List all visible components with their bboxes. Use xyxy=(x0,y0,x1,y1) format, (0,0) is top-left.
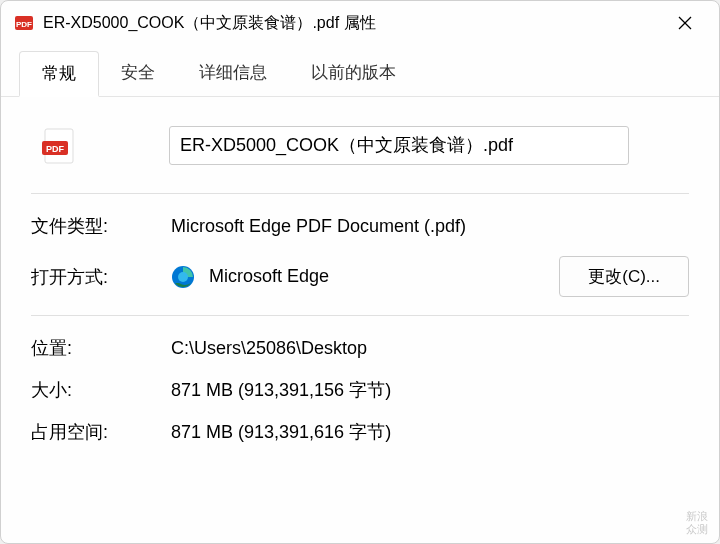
row-size-on-disk: 占用空间: 871 MB (913,391,616 字节) xyxy=(31,420,689,444)
label-opens-with: 打开方式: xyxy=(31,265,171,289)
pdf-icon: PDF xyxy=(15,14,33,32)
watermark: 新浪 众测 xyxy=(686,510,708,536)
label-location: 位置: xyxy=(31,336,171,360)
divider xyxy=(31,315,689,316)
row-size: 大小: 871 MB (913,391,156 字节) xyxy=(31,378,689,402)
row-location: 位置: C:\Users\25086\Desktop xyxy=(31,336,689,360)
value-app-name: Microsoft Edge xyxy=(209,266,329,287)
row-file-type: 文件类型: Microsoft Edge PDF Document (.pdf) xyxy=(31,214,689,238)
edge-icon xyxy=(171,265,195,289)
svg-text:PDF: PDF xyxy=(46,144,65,154)
change-button[interactable]: 更改(C)... xyxy=(559,256,689,297)
file-header: PDF xyxy=(31,117,689,189)
svg-text:PDF: PDF xyxy=(16,20,32,29)
value-size-on-disk: 871 MB (913,391,616 字节) xyxy=(171,420,391,444)
row-opens-with: 打开方式: Microsoft Edge 更改(C)... xyxy=(31,256,689,297)
value-file-type: Microsoft Edge PDF Document (.pdf) xyxy=(171,216,466,237)
label-size-on-disk: 占用空间: xyxy=(31,420,171,444)
value-location: C:\Users\25086\Desktop xyxy=(171,338,367,359)
tab-security[interactable]: 安全 xyxy=(99,51,177,97)
watermark-line1: 新浪 xyxy=(686,510,708,523)
value-size: 871 MB (913,391,156 字节) xyxy=(171,378,391,402)
label-file-type: 文件类型: xyxy=(31,214,171,238)
close-icon xyxy=(678,16,692,30)
tab-general[interactable]: 常规 xyxy=(19,51,99,97)
tab-content: PDF 文件类型: Microsoft Edge PDF Document (.… xyxy=(1,96,719,543)
filename-input[interactable] xyxy=(169,126,629,165)
close-button[interactable] xyxy=(665,8,705,38)
window-title: ER-XD5000_COOK（中文原装食谱）.pdf 属性 xyxy=(43,13,665,34)
properties-dialog: PDF ER-XD5000_COOK（中文原装食谱）.pdf 属性 常规 安全 … xyxy=(0,0,720,544)
tab-details[interactable]: 详细信息 xyxy=(177,51,289,97)
tab-previous-versions[interactable]: 以前的版本 xyxy=(289,51,418,97)
tab-bar: 常规 安全 详细信息 以前的版本 xyxy=(1,45,719,97)
label-size: 大小: xyxy=(31,378,171,402)
titlebar: PDF ER-XD5000_COOK（中文原装食谱）.pdf 属性 xyxy=(1,1,719,45)
divider xyxy=(31,193,689,194)
watermark-line2: 众测 xyxy=(686,523,708,536)
app-info: Microsoft Edge xyxy=(171,265,559,289)
svg-point-8 xyxy=(178,272,188,282)
pdf-file-icon: PDF xyxy=(39,125,79,165)
